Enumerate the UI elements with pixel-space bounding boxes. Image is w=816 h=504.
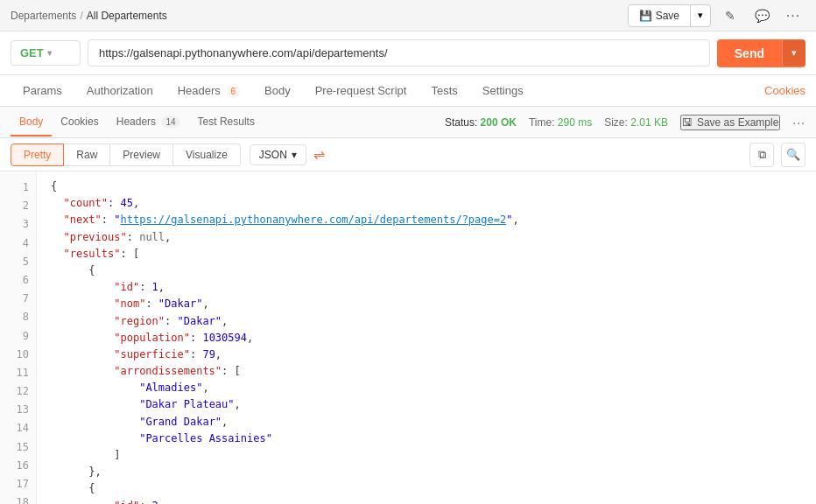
line-number: 12 (0, 382, 36, 401)
line-number: 5 (0, 253, 36, 271)
breadcrumb: Departements / All Departements (11, 10, 167, 22)
breadcrumb-separator: / (80, 10, 82, 22)
top-bar: Departements / All Departements 💾 Save ▾… (0, 0, 816, 32)
code-content: { "count": 45, "next": "https://galsenap… (37, 172, 816, 504)
cookies-link[interactable]: Cookies (764, 84, 805, 97)
tab-params[interactable]: Params (11, 77, 74, 106)
breadcrumb-current: All Departements (87, 10, 167, 22)
view-preview-button[interactable]: Preview (110, 144, 173, 166)
tab-authorization[interactable]: Authorization (74, 77, 165, 106)
search-button[interactable]: 🔍 (781, 143, 805, 167)
save-example-icon: 🖫 (682, 116, 693, 129)
tab-prerequest[interactable]: Pre-request Script (303, 77, 419, 106)
line-number: 1 (0, 178, 36, 197)
resp-tab-body[interactable]: Body (11, 108, 52, 136)
time-info: Time: 290 ms (529, 116, 592, 129)
save-icon: 💾 (639, 10, 652, 22)
request-tabs: Params Authorization Headers 6 Body Pre-… (0, 75, 816, 107)
line-number: 11 (0, 364, 36, 382)
method-label: GET (20, 46, 44, 60)
breadcrumb-parent[interactable]: Departements (11, 10, 76, 22)
chat-button[interactable]: 💬 (749, 4, 774, 28)
line-number: 14 (0, 419, 36, 438)
send-button-group: Send ▾ (717, 39, 805, 67)
size-value: 2.01 KB (630, 116, 668, 129)
line-number: 18 (0, 494, 36, 504)
save-dropdown-button[interactable]: ▾ (691, 6, 710, 24)
save-example-button[interactable]: 🖫 Save as Example (680, 115, 780, 130)
status-label: Status: 200 OK (445, 116, 517, 129)
status-info: Status: 200 OK Time: 290 ms Size: 2.01 K… (445, 115, 805, 130)
save-label: Save (656, 10, 679, 22)
line-number: 13 (0, 401, 36, 419)
more-options-button[interactable]: ··· (781, 4, 805, 28)
method-chevron-icon: ▾ (47, 48, 52, 58)
resp-tab-headers[interactable]: Headers 14 (108, 108, 189, 136)
view-visualize-button[interactable]: Visualize (173, 144, 241, 166)
top-bar-actions: 💾 Save ▾ ✎ 💬 ··· (628, 4, 805, 28)
view-pretty-button[interactable]: Pretty (11, 144, 64, 166)
line-number: 17 (0, 475, 36, 494)
line-number: 16 (0, 457, 36, 475)
line-number: 9 (0, 327, 36, 346)
line-number: 15 (0, 438, 36, 457)
tab-headers[interactable]: Headers 6 (165, 77, 252, 106)
line-number: 3 (0, 215, 36, 234)
format-select[interactable]: JSON ▾ (250, 144, 306, 165)
method-select[interactable]: GET ▾ (11, 40, 81, 66)
url-bar: GET ▾ Send ▾ (0, 32, 816, 75)
wrap-icon[interactable]: ⇌ (313, 146, 325, 163)
tab-body[interactable]: Body (252, 77, 303, 106)
send-main-button[interactable]: Send (717, 39, 782, 67)
send-dropdown-button[interactable]: ▾ (782, 40, 805, 66)
view-raw-button[interactable]: Raw (64, 144, 110, 166)
time-value: 290 ms (558, 116, 592, 129)
line-number: 10 (0, 346, 36, 364)
url-input[interactable] (88, 39, 710, 66)
save-button[interactable]: 💾 Save (629, 6, 690, 25)
save-example-label: Save as Example (697, 116, 778, 129)
line-number: 6 (0, 271, 36, 290)
code-panel: 1 2 3 4 5 6 7 8 9 10 11 12 13 14 15 16 1… (0, 172, 816, 504)
format-chevron-icon: ▾ (292, 149, 297, 161)
next-link[interactable]: https://galsenapi.pythonanywhere.com/api… (121, 214, 507, 226)
line-numbers: 1 2 3 4 5 6 7 8 9 10 11 12 13 14 15 16 1… (0, 172, 37, 504)
response-bar: Body Cookies Headers 14 Test Results Sta… (0, 107, 816, 138)
copy-button[interactable]: ⧉ (749, 143, 774, 167)
tab-tests[interactable]: Tests (419, 77, 469, 106)
save-btn-group: 💾 Save ▾ (628, 4, 711, 27)
line-number: 7 (0, 290, 36, 308)
response-more-options[interactable]: ··· (792, 116, 805, 130)
size-info: Size: 2.01 KB (604, 116, 668, 129)
line-number: 4 (0, 234, 36, 253)
resp-tab-test-results[interactable]: Test Results (189, 108, 264, 136)
format-value: JSON (259, 149, 287, 161)
status-code: 200 OK (481, 116, 517, 129)
tab-settings[interactable]: Settings (470, 77, 536, 106)
line-number: 2 (0, 197, 36, 215)
resp-tab-cookies[interactable]: Cookies (52, 108, 107, 136)
view-right-actions: ⧉ 🔍 (749, 143, 805, 167)
edit-button[interactable]: ✎ (718, 4, 742, 28)
view-controls: Pretty Raw Preview Visualize JSON ▾ ⇌ ⧉ … (0, 138, 816, 172)
line-number: 8 (0, 308, 36, 326)
